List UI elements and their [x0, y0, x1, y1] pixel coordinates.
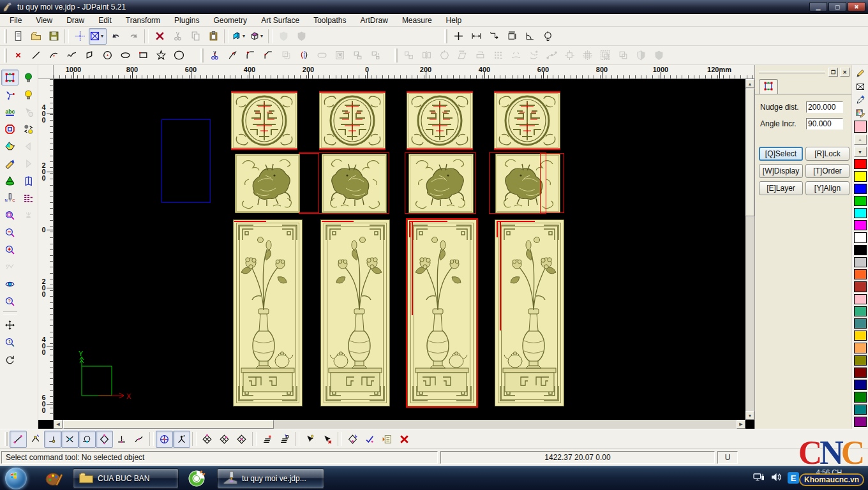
toolbar-grip[interactable] — [4, 48, 7, 63]
vertical-scroll-thumb[interactable] — [745, 89, 754, 216]
delete-button[interactable] — [151, 28, 168, 45]
draw-ellipse-button[interactable] — [116, 47, 134, 64]
paste-button[interactable] — [204, 28, 222, 45]
pick-cancel-button[interactable] — [318, 431, 336, 448]
menu-edit[interactable]: Edit — [91, 15, 119, 26]
bulb-yellow-button[interactable] — [20, 87, 37, 103]
undo-button[interactable] — [107, 28, 124, 45]
color-swatch-10[interactable] — [854, 281, 867, 292]
scroll-left-button[interactable]: ◀ — [54, 420, 63, 429]
pen-button[interactable] — [853, 67, 867, 80]
color-swatch-5[interactable] — [854, 220, 867, 230]
ring-tool-button[interactable] — [1, 121, 19, 137]
text-abc-button[interactable]: abc — [1, 104, 19, 120]
menu-art-surface[interactable]: Art Surface — [254, 15, 306, 26]
color-swatch-4[interactable] — [854, 208, 867, 218]
draw-point-button[interactable] — [9, 47, 27, 64]
panel-button-qselect[interactable]: [Q]Select — [759, 147, 803, 161]
medallion-relief-panel[interactable] — [407, 91, 473, 150]
snap-intersect-button[interactable] — [61, 431, 79, 448]
crosshair-button[interactable] — [71, 28, 89, 45]
drawing-canvas[interactable]: Y X — [54, 79, 745, 420]
color-swatch-14[interactable] — [854, 330, 867, 341]
menu-geometry[interactable]: Geometry — [206, 15, 254, 26]
red-selection-box[interactable] — [489, 152, 546, 214]
snap-diamond-1-button[interactable] — [198, 431, 216, 448]
measure-horiz-button[interactable] — [467, 28, 485, 45]
zoom-info-button[interactable]: ? — [1, 293, 19, 309]
apply-check-button[interactable] — [361, 431, 378, 448]
snap-grid-button[interactable] — [156, 431, 173, 448]
swap-colors-button[interactable] — [20, 121, 37, 137]
snap-axis-button[interactable]: z — [173, 431, 190, 448]
trim-button[interactable] — [206, 47, 223, 64]
minimize-button[interactable]: ▁ — [809, 2, 827, 11]
medallion-relief-panel[interactable] — [319, 91, 385, 150]
menu-view[interactable]: View — [29, 15, 59, 26]
horizontal-scroll-thumb[interactable] — [63, 420, 274, 429]
panel-button-wdisplay[interactable]: [W]Display — [759, 164, 803, 178]
measure-point-button[interactable] — [449, 28, 467, 45]
color-swatch-2[interactable] — [854, 184, 867, 194]
draw-polyline-button[interactable] — [80, 47, 98, 64]
panel-close-button[interactable]: ✕ — [840, 68, 849, 77]
extend-button[interactable] — [223, 47, 241, 64]
select-box-button[interactable]: ▾ — [89, 28, 107, 45]
pick-point-button[interactable] — [301, 431, 318, 448]
chamfer-button[interactable] — [259, 47, 277, 64]
measure-rect-button[interactable] — [503, 28, 521, 45]
dropper-button[interactable] — [853, 94, 867, 107]
snap-diamond-3-button[interactable] — [233, 431, 250, 448]
color-swatch-12[interactable] — [854, 306, 867, 316]
color-swatch-21[interactable] — [854, 417, 867, 427]
beast-relief-panel[interactable] — [235, 154, 300, 213]
save-button[interactable] — [45, 28, 63, 45]
vase-relief-panel[interactable] — [233, 219, 303, 406]
mirror-curve-button[interactable] — [295, 47, 313, 64]
menu-measure[interactable]: Measure — [395, 15, 439, 26]
select-box-dropdown[interactable]: ▾ — [101, 33, 106, 39]
panel-button-torder[interactable]: [T]Order — [805, 164, 849, 178]
snap-node-button[interactable] — [27, 431, 44, 448]
open-button[interactable] — [27, 28, 45, 45]
draw-arc-button[interactable] — [45, 47, 63, 64]
panel-button-elayer[interactable]: [E]Layer — [759, 181, 803, 195]
color-swatch-7[interactable] — [854, 245, 867, 255]
palette-edit-button[interactable] — [853, 107, 867, 120]
draw-closed-button[interactable] — [170, 47, 188, 64]
snap-nearest-button[interactable] — [130, 431, 147, 448]
volume-icon[interactable] — [770, 471, 781, 484]
angle-incr-input[interactable] — [806, 118, 843, 130]
scroll-up-button[interactable]: ▲ — [745, 79, 754, 88]
draw-star-button[interactable] — [152, 47, 170, 64]
color-swatch-15[interactable] — [854, 343, 867, 353]
panel-button-rlock[interactable]: [R]Lock — [805, 147, 849, 161]
pan-tool-button[interactable] — [1, 317, 19, 333]
start-button[interactable] — [5, 468, 27, 489]
color-swatch-0[interactable] — [854, 159, 867, 169]
cube-button[interactable]: ▾ — [248, 28, 266, 45]
red-selection-box[interactable] — [540, 153, 564, 213]
hatch-lines-button[interactable] — [20, 190, 37, 206]
color-swatch-20[interactable] — [854, 405, 867, 415]
node-edit-button[interactable] — [1, 87, 19, 103]
menu-draw[interactable]: Draw — [59, 15, 91, 26]
color-swatch-8[interactable] — [854, 257, 867, 267]
layers-copy-button[interactable] — [20, 173, 37, 189]
menu-file[interactable]: File — [3, 15, 29, 26]
folder-taskbar-button[interactable]: CUA BUC BAN — [73, 468, 179, 489]
vase-relief-panel[interactable] — [495, 219, 564, 406]
sel-tool-button[interactable] — [1, 70, 19, 85]
snap-layer-1-button[interactable] — [258, 431, 276, 448]
toolbar-grip[interactable] — [394, 48, 398, 63]
surface-tool-button[interactable] — [1, 138, 19, 154]
bound-button[interactable] — [853, 80, 867, 93]
knife-tool-button[interactable] — [1, 156, 19, 172]
menu-artdraw[interactable]: ArtDraw — [354, 15, 395, 26]
paint-taskbar-icon[interactable] — [45, 470, 64, 487]
color-swatch-1[interactable] — [854, 171, 867, 181]
draw-line-button[interactable] — [27, 47, 45, 64]
eye-view-button[interactable] — [1, 276, 19, 292]
snap-tangent-button[interactable] — [79, 431, 96, 448]
toolbar-grip[interactable] — [444, 29, 447, 43]
